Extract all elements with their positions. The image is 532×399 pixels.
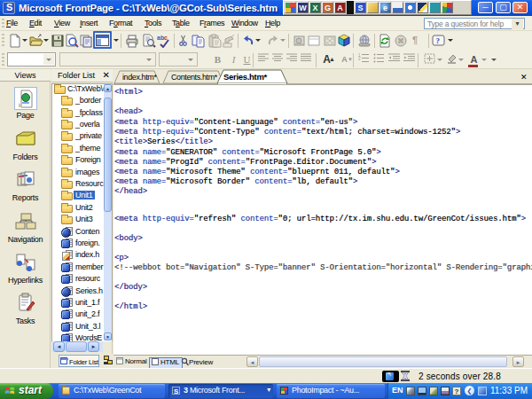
svg-text:?: ?: [436, 36, 441, 45]
svg-text:ab: ab: [157, 35, 164, 41]
svg-text:2: 2: [358, 57, 361, 61]
svg-text:c: c: [164, 35, 168, 41]
